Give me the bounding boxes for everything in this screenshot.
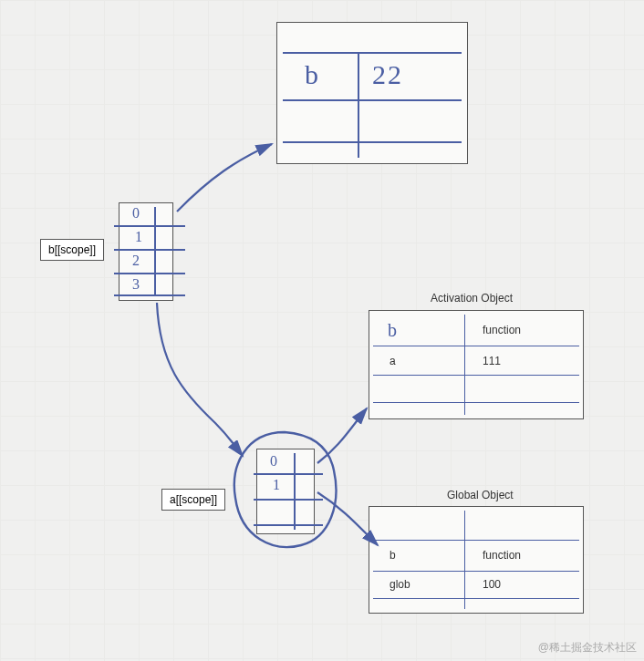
- a-mini-1: 1: [273, 477, 280, 493]
- global-object-table: b function glob 100: [369, 506, 584, 614]
- go-r0-val: function: [483, 549, 521, 562]
- ao-r0-val: function: [483, 324, 521, 336]
- a-scope-text: a[[scope]]: [170, 493, 217, 506]
- b-mini-0: 0: [132, 205, 140, 222]
- activation-object-table: b function a 111: [369, 310, 584, 419]
- a-scope-index-table: 0 1: [256, 449, 315, 534]
- go-r1-val: 100: [483, 578, 501, 591]
- b-scope-label: b[[scope]]: [40, 239, 104, 261]
- watermark: @稀土掘金技术社区: [538, 640, 637, 656]
- a-mini-0: 0: [270, 453, 277, 470]
- top-key: b: [305, 59, 318, 90]
- ao-r1-key: a: [390, 355, 396, 367]
- activation-object-title: Activation Object: [431, 292, 513, 305]
- top-value: 22: [372, 59, 403, 90]
- ao-r1-val: 111: [483, 355, 501, 367]
- a-scope-label: a[[scope]]: [161, 489, 225, 511]
- b-mini-1: 1: [135, 229, 142, 245]
- b-scope-text: b[[scope]]: [48, 243, 96, 256]
- b-mini-3: 3: [132, 276, 140, 293]
- go-r1-key: glob: [390, 578, 410, 591]
- ao-r0-key: b: [388, 320, 397, 341]
- top-variable-table: b 22: [276, 22, 468, 164]
- global-object-title: Global Object: [447, 489, 514, 501]
- go-r0-key: b: [390, 549, 396, 562]
- b-mini-2: 2: [132, 253, 140, 269]
- b-scope-index-table: 0 1 2 3: [119, 202, 173, 301]
